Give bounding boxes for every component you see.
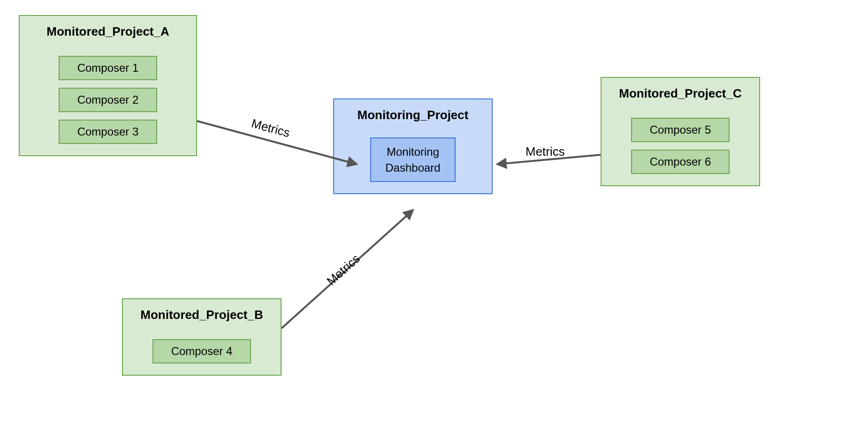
project-a-title: Monitored_Project_A: [46, 24, 169, 39]
monitored-project-c-box: Monitored_Project_C Composer 5 Composer …: [601, 77, 760, 186]
composer-item: Composer 6: [631, 150, 730, 174]
composer-item: Composer 1: [59, 56, 157, 80]
monitored-project-a-box: Monitored_Project_A Composer 1 Composer …: [19, 15, 197, 156]
composer-item: Composer 5: [631, 118, 730, 142]
monitoring-project-box: Monitoring_Project Monitoring Dashboard: [333, 98, 493, 194]
diagram-canvas: Monitored_Project_A Composer 1 Composer …: [0, 0, 868, 424]
edge-label-c: Metrics: [525, 144, 565, 159]
edge-label-b: Metrics: [324, 251, 363, 288]
project-b-title: Monitored_Project_B: [140, 308, 263, 322]
project-c-title: Monitored_Project_C: [619, 86, 742, 101]
composer-item: Composer 4: [152, 339, 251, 363]
edge-label-a: Metrics: [250, 116, 291, 141]
monitoring-title: Monitoring_Project: [358, 108, 469, 122]
composer-item: Composer 3: [59, 120, 157, 144]
monitoring-dashboard-item: Monitoring Dashboard: [370, 137, 455, 182]
monitored-project-b-box: Monitored_Project_B Composer 4: [122, 298, 282, 376]
composer-item: Composer 2: [59, 88, 157, 112]
